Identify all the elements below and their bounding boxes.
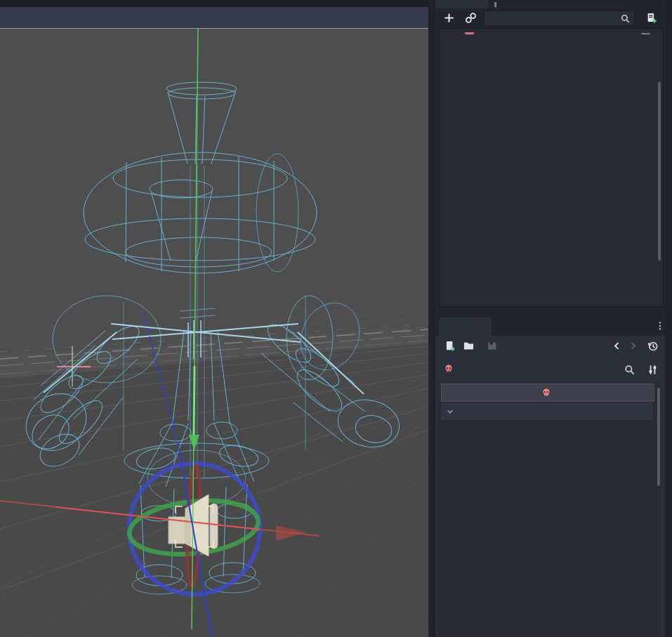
load-resource-button[interactable] (461, 339, 475, 353)
filter-nodes-box (484, 11, 635, 26)
inspector-panel (435, 336, 665, 637)
dots-menu-icon (655, 321, 665, 331)
script-add-icon (645, 12, 657, 24)
instance-scene-button[interactable] (463, 11, 477, 25)
inspector-search-button[interactable] (622, 363, 636, 377)
sliders-icon (647, 364, 659, 376)
3d-viewport[interactable] (0, 28, 428, 637)
attach-script-button[interactable] (644, 11, 658, 25)
inspector-class-header (441, 383, 654, 402)
folder-icon (463, 340, 475, 352)
inspector-scroll-area (439, 382, 661, 637)
history-forward-button[interactable] (626, 339, 640, 353)
inspector-tools-button[interactable] (645, 363, 659, 377)
new-resource-button[interactable] (442, 339, 456, 353)
scene-tree-panel (439, 28, 664, 307)
history-back-button[interactable] (610, 339, 624, 353)
link-icon (465, 12, 477, 24)
scene-dock-tab[interactable] (435, 0, 488, 8)
tab-inspector[interactable] (439, 317, 492, 336)
eye-icon-partial (641, 33, 650, 34)
inspector-toolbar (435, 336, 665, 358)
skeleton-icon (444, 364, 454, 374)
node-icon-partial (465, 32, 474, 34)
skeleton-icon (541, 388, 551, 398)
inspector-tabbar (435, 316, 665, 336)
sky (0, 29, 428, 355)
section-bones[interactable] (441, 403, 652, 420)
history-clock-icon (647, 340, 659, 352)
object-history-button[interactable] (645, 339, 659, 353)
search-icon (620, 13, 631, 24)
chevron-right-icon (627, 340, 639, 352)
tabbar-menu-button[interactable] (655, 321, 665, 331)
inspector-scrollbar[interactable] (657, 388, 660, 486)
viewport-canvas[interactable] (0, 29, 428, 637)
tree-row-partial[interactable] (440, 29, 663, 35)
y-axis-highlight (194, 366, 195, 435)
new-resource-icon (444, 340, 456, 352)
chevron-left-icon (611, 340, 623, 352)
viewport-top-gap (0, 0, 428, 7)
viewport-menubar (0, 7, 428, 28)
save-icon (486, 340, 498, 352)
chevron-down-icon (445, 407, 455, 416)
inspector-object-row (435, 358, 665, 379)
right-dock (435, 0, 665, 637)
scene-tree-scrollbar[interactable] (658, 81, 661, 261)
dock-pin-icon (494, 2, 496, 7)
add-node-button[interactable] (442, 11, 456, 25)
scene-toolbar (435, 8, 665, 28)
plus-icon (443, 12, 455, 24)
search-icon (624, 364, 635, 376)
save-resource-button[interactable] (485, 339, 499, 353)
filter-nodes-input[interactable] (490, 12, 616, 26)
